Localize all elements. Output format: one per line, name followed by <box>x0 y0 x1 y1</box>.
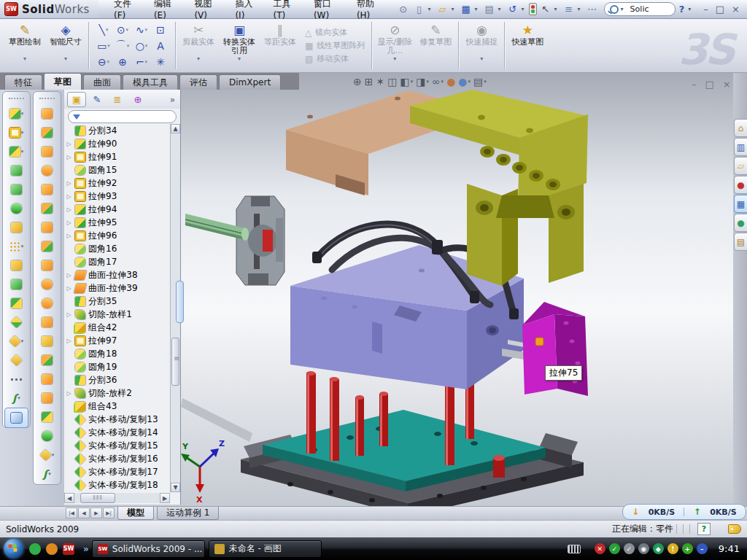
rib-icon[interactable] <box>3 199 30 218</box>
select-box-icon[interactable]: ⊡ <box>151 22 170 38</box>
feature-manager-overflow-button[interactable]: » <box>170 95 177 105</box>
shell-icon[interactable] <box>3 180 30 199</box>
replace-face-icon[interactable] <box>34 313 61 332</box>
offset-surface-icon[interactable] <box>34 237 61 256</box>
shield-tray-icon[interactable]: ✓ <box>609 543 620 554</box>
extend-surface-icon[interactable] <box>34 351 61 370</box>
tree-item-拉伸94[interactable]: ▷拉伸94 <box>66 203 170 216</box>
featuremanager-tab[interactable]: ▣ <box>67 92 86 107</box>
thicken-icon[interactable] <box>34 408 61 427</box>
split-body-icon[interactable] <box>3 294 30 313</box>
tree-item-切除-放样2[interactable]: ▷切除-放样2 <box>66 386 170 400</box>
line-icon[interactable]: ╲▾ <box>94 22 113 38</box>
search-dropdown-icon[interactable]: ▾ <box>621 6 627 12</box>
measure-icon[interactable] <box>4 408 28 428</box>
rectangle-icon[interactable]: ▭▾ <box>94 38 113 54</box>
text-icon[interactable]: A <box>151 38 170 54</box>
expand-arrow-icon[interactable]: ▷ <box>66 338 72 344</box>
options-list-icon-dropdown[interactable]: ▾ <box>578 6 584 12</box>
expand-arrow-icon[interactable]: ▷ <box>66 141 72 147</box>
new-file-icon-dropdown[interactable]: ▾ <box>428 6 434 12</box>
select-cursor-icon-dropdown[interactable]: ▾ <box>554 6 560 12</box>
dimxpertmanager-tab[interactable]: ⊕ <box>128 92 147 107</box>
midsurface-icon[interactable] <box>34 389 61 408</box>
chevron-down-icon[interactable]: ▾ <box>21 149 24 155</box>
undo-icon[interactable]: ↺ <box>506 3 520 16</box>
volume-tray-icon[interactable]: ◉ <box>638 543 649 554</box>
study-tab-运动算例 1[interactable]: 运动算例 1 <box>157 507 219 520</box>
window-minimize-button[interactable]: – <box>703 4 708 15</box>
expand-arrow-icon[interactable]: ▷ <box>66 154 72 160</box>
new-file-icon[interactable]: ▯ <box>412 3 427 16</box>
circle-icon[interactable]: ⊙▾ <box>113 22 132 38</box>
revolved-surface-icon[interactable] <box>34 123 61 142</box>
chevron-down-icon[interactable]: ▾ <box>441 79 444 85</box>
network-warning-tray-icon[interactable]: ! <box>667 543 678 554</box>
smart-dimension-button[interactable]: ◈智能尺寸▾ <box>45 19 86 72</box>
slot-icon[interactable]: ⊖▾ <box>94 54 113 70</box>
part-cam-insert[interactable] <box>236 196 285 285</box>
expand-arrow-icon[interactable]: ▷ <box>66 272 72 279</box>
appearances-tab[interactable]: ● <box>734 214 747 232</box>
resources-tab[interactable]: ⌂ <box>734 119 747 137</box>
tree-item-组合43[interactable]: 组合43 <box>66 400 170 413</box>
view-selector-icon[interactable]: ✶ <box>376 76 384 88</box>
tree-item-圆角19[interactable]: 圆角19 <box>66 360 170 373</box>
view-orientation-icon[interactable]: ◧▾ <box>400 76 413 88</box>
pin-icon[interactable]: ⊙ <box>396 3 411 16</box>
scroll-thumb[interactable] <box>171 338 179 386</box>
tab-草图[interactable]: 草图 <box>44 73 82 90</box>
tree-item-实体-移动/复制17[interactable]: 实体-移动/复制17 <box>66 465 170 478</box>
chevron-down-icon[interactable]: ▾ <box>145 43 148 49</box>
input-method-icon[interactable] <box>568 545 581 553</box>
tree-item-切除-放样1[interactable]: ▷切除-放样1 <box>66 308 170 321</box>
document-restore-button[interactable]: □ <box>705 79 714 90</box>
chevron-down-icon[interactable]: ▾ <box>107 43 110 49</box>
chevron-down-icon[interactable]: ▾ <box>21 130 24 136</box>
messenger-icon[interactable] <box>29 543 41 555</box>
window-close-button[interactable]: × <box>732 4 740 15</box>
tab-曲面[interactable]: 曲面 <box>83 74 121 90</box>
more-tools-icon[interactable]: ⋯ <box>585 3 600 16</box>
tab-DimXpert[interactable]: DimXpert <box>219 74 281 90</box>
fillet-icon[interactable]: ▾ <box>3 142 30 161</box>
tab-评估[interactable]: 评估 <box>179 74 217 90</box>
swept-surface-icon[interactable] <box>34 104 61 123</box>
view-settings-icon[interactable]: ▤▾ <box>473 76 487 88</box>
rebuild-traffic-light-icon[interactable] <box>529 3 537 15</box>
sketch-fillet-icon[interactable]: ⌐▾ <box>132 54 151 70</box>
chevron-down-icon[interactable]: ▾ <box>23 55 26 63</box>
start-button[interactable] <box>4 539 23 559</box>
study-nav-0[interactable]: |◀ <box>66 508 77 518</box>
tree-item-拉伸91[interactable]: ▷拉伸91 <box>66 150 170 163</box>
tree-item-圆角16[interactable]: 圆角16 <box>66 242 170 255</box>
mirror-bodies-icon[interactable] <box>3 256 30 275</box>
planar-surface-icon[interactable] <box>34 218 61 237</box>
chevron-down-icon[interactable]: ▾ <box>126 27 129 33</box>
polygon-icon[interactable]: ⊕ <box>113 54 132 70</box>
browser-icon[interactable] <box>46 543 58 555</box>
document-close-button[interactable]: × <box>723 79 731 90</box>
undo-icon-dropdown[interactable]: ▾ <box>522 6 527 12</box>
tab-特征[interactable]: 特征 <box>4 74 42 90</box>
chevron-down-icon[interactable]: ▾ <box>145 27 148 33</box>
tree-item-拉伸97[interactable]: ▷拉伸97 <box>66 334 170 347</box>
tree-item-曲面-拉伸38[interactable]: ▷曲面-拉伸38 <box>66 268 170 281</box>
knit-surface-icon[interactable] <box>34 256 61 275</box>
chevron-down-icon[interactable]: ▾ <box>426 79 429 85</box>
blocked-tray-icon[interactable]: – <box>697 543 708 554</box>
tree-item-实体-移动/复制14[interactable]: 实体-移动/复制14 <box>66 426 170 439</box>
delete-face-icon[interactable] <box>34 294 61 313</box>
trim-surface-icon[interactable] <box>34 332 61 351</box>
options-list-icon[interactable]: ≡ <box>562 3 576 16</box>
chevron-down-icon[interactable]: ▾ <box>411 79 414 85</box>
section-view-icon[interactable]: ◫ <box>387 76 397 88</box>
health-tray-icon[interactable]: + <box>682 543 693 554</box>
select-cursor-icon[interactable]: ↖ <box>538 3 553 16</box>
tree-filter-input[interactable] <box>68 110 177 123</box>
spiral-icon[interactable]: ʃ▾ <box>34 464 61 483</box>
expand-arrow-icon[interactable]: ▷ <box>66 219 72 226</box>
expand-arrow-icon[interactable]: ▷ <box>66 180 72 187</box>
tree-item-拉伸92[interactable]: ▷拉伸92 <box>66 176 170 190</box>
fillet-surface-icon[interactable] <box>34 275 61 294</box>
